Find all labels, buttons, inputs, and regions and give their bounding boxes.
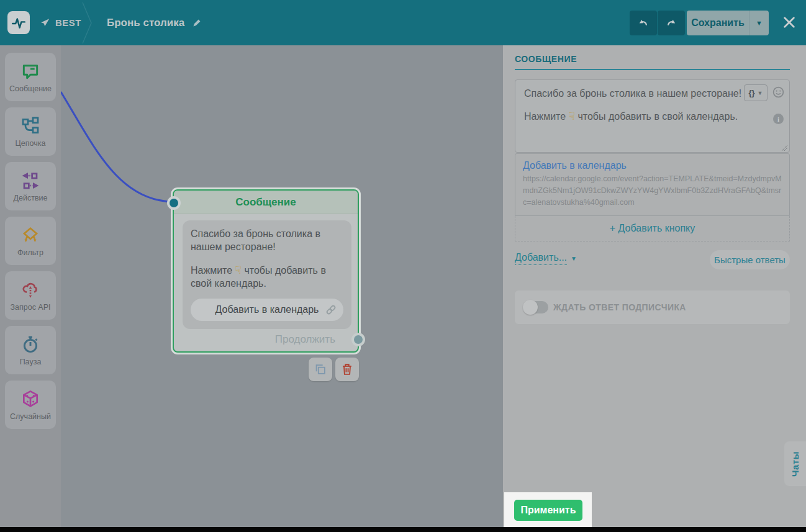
node-title: Сообщение bbox=[174, 191, 358, 214]
sidebar-item-label: Сообщение bbox=[9, 84, 52, 93]
message-line1: Спасибо за бронь столика в нашем рестора… bbox=[524, 88, 781, 101]
calendar-button-url: https://calendar.google.com/event?action… bbox=[523, 173, 782, 208]
action-icon bbox=[20, 171, 40, 191]
sidebar-item-filter[interactable]: Фильтр bbox=[5, 217, 56, 265]
sidebar-item-random[interactable]: Случайный bbox=[5, 381, 56, 429]
sidebar-item-label: Пауза bbox=[20, 358, 42, 366]
sidebar-item-label: Фильтр bbox=[17, 248, 43, 257]
trash-icon bbox=[340, 363, 354, 376]
textarea-resize-handle[interactable] bbox=[782, 145, 787, 151]
chevron-down-icon: ▼ bbox=[758, 90, 763, 96]
undo-button[interactable] bbox=[630, 11, 657, 35]
sidebar-item-message[interactable]: Сообщение bbox=[5, 53, 56, 101]
app-logo[interactable] bbox=[7, 11, 30, 34]
smiley-icon bbox=[772, 86, 785, 99]
sidebar-item-label: Действие bbox=[14, 194, 48, 202]
braces-icon: {} bbox=[748, 88, 754, 97]
copy-icon bbox=[314, 363, 327, 376]
close-builder-button[interactable] bbox=[780, 13, 799, 32]
add-more-dropdown[interactable]: Добавить... ▼ bbox=[515, 252, 577, 265]
sidebar-item-pause[interactable]: Пауза bbox=[5, 326, 56, 374]
quick-replies-button[interactable]: Быстрые ответы bbox=[710, 250, 790, 269]
node-output-port[interactable] bbox=[351, 333, 365, 346]
node-calendar-button-label: Добавить в календарь bbox=[215, 304, 319, 317]
calendar-button-row[interactable]: Добавить в календарь https://calendar.go… bbox=[515, 153, 790, 216]
chats-tab-label: Чаты bbox=[790, 451, 800, 476]
bottom-black-bar bbox=[0, 527, 806, 532]
node-continue-label: Продолжить bbox=[275, 333, 335, 346]
panel-title-underline bbox=[515, 69, 790, 70]
insert-variable-button[interactable]: {} ▼ bbox=[744, 84, 768, 101]
breadcrumb-divider bbox=[82, 0, 93, 45]
hand-down-icon: ☟ bbox=[569, 110, 575, 122]
hand-down-icon: ☟ bbox=[235, 264, 242, 276]
flow-title: Бронь столика bbox=[107, 0, 202, 45]
chain-icon bbox=[20, 116, 40, 136]
random-icon bbox=[20, 389, 40, 409]
sidebar-item-label: Запрос API bbox=[10, 303, 50, 312]
top-bar: BEST Бронь столика Сохранить ▼ bbox=[0, 0, 806, 45]
wait-reply-label: ЖДАТЬ ОТВЕТ ПОДПИСЧИКА bbox=[553, 291, 686, 324]
wait-reply-toggle[interactable] bbox=[525, 301, 548, 313]
emoji-picker-button[interactable] bbox=[772, 86, 785, 101]
close-icon bbox=[782, 16, 796, 29]
node-input-port[interactable] bbox=[167, 196, 181, 210]
node-settings-panel: СООБЩЕНИЕ Спасибо за бронь столика в наш… bbox=[503, 45, 806, 527]
pause-icon bbox=[20, 335, 40, 354]
message-node[interactable]: Сообщение Спасибо за бронь столика в наш… bbox=[173, 189, 359, 353]
back-label: BEST bbox=[55, 17, 81, 28]
sidebar-item-api-request[interactable]: Запрос API bbox=[5, 271, 56, 320]
edit-pencil-icon[interactable] bbox=[192, 17, 202, 28]
copy-node-button[interactable] bbox=[309, 358, 332, 381]
save-split-button: Сохранить ▼ bbox=[687, 11, 769, 35]
panel-title: СООБЩЕНИЕ bbox=[515, 54, 577, 64]
api-request-icon bbox=[20, 280, 40, 300]
sidebar-item-chain[interactable]: Цепочка bbox=[5, 107, 56, 156]
telegram-plane-icon bbox=[40, 17, 50, 28]
undo-icon bbox=[636, 16, 650, 30]
pulse-icon bbox=[11, 15, 27, 31]
redo-button[interactable] bbox=[658, 11, 685, 35]
apply-button[interactable]: Применить bbox=[514, 500, 582, 521]
message-line2: Нажмите ☟ чтобы добавить в свой календар… bbox=[524, 110, 781, 124]
add-button-button[interactable]: + Добавить кнопку bbox=[515, 216, 790, 241]
button-settings-card: Добавить в календарь https://calendar.go… bbox=[515, 153, 790, 241]
chats-tab[interactable]: Чаты bbox=[784, 441, 806, 486]
add-more-label: Добавить... bbox=[515, 252, 567, 265]
save-dropdown-button[interactable]: ▼ bbox=[749, 11, 769, 35]
back-to-bot-button[interactable]: BEST bbox=[40, 0, 81, 45]
info-icon[interactable]: i bbox=[773, 114, 784, 124]
wait-reply-card: ЖДАТЬ ОТВЕТ ПОДПИСЧИКА bbox=[515, 291, 790, 324]
sidebar-item-label: Цепочка bbox=[16, 139, 46, 148]
node-message-bubble: Спасибо за бронь столика в нашем рестора… bbox=[183, 220, 351, 329]
chevron-down-icon: ▼ bbox=[756, 19, 763, 27]
node-palette: Сообщение Цепочка Действие bbox=[0, 45, 61, 527]
node-message-line2: Нажмите ☟ чтобы добавить в свой календар… bbox=[191, 264, 343, 291]
link-icon bbox=[324, 303, 338, 317]
message-icon bbox=[20, 61, 40, 81]
sidebar-item-label: Случайный bbox=[10, 412, 51, 421]
node-calendar-button[interactable]: Добавить в календарь bbox=[191, 299, 343, 321]
redo-icon bbox=[664, 16, 678, 30]
delete-node-button[interactable] bbox=[335, 358, 359, 381]
chevron-down-icon: ▼ bbox=[571, 255, 577, 262]
toggle-knob bbox=[523, 300, 538, 315]
save-button[interactable]: Сохранить bbox=[687, 11, 749, 35]
filter-icon bbox=[20, 225, 40, 245]
calendar-button-title[interactable]: Добавить в календарь bbox=[523, 160, 782, 171]
node-message-line1: Спасибо за бронь столика в нашем рестора… bbox=[191, 228, 343, 254]
sidebar-item-action[interactable]: Действие bbox=[5, 162, 56, 210]
